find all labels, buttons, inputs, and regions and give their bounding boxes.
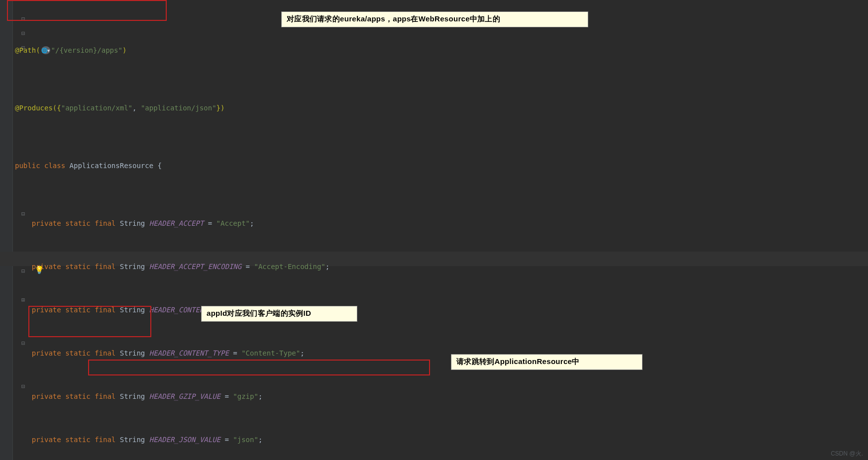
code-editor[interactable]: @Path(🌐▾"/{version}/apps") @Produces({"a… (15, 0, 548, 460)
callout-mid: appId对应我们客户端的实例ID (201, 306, 357, 322)
type: String (120, 436, 149, 444)
keyword: private static final (15, 436, 120, 444)
string-literal: "Accept-Encoding" (254, 263, 325, 271)
callout-text: 请求跳转到ApplicationResource中 (456, 357, 580, 366)
highlight-box-return (88, 360, 430, 375)
paren: }) (217, 104, 225, 112)
paren: ) (122, 46, 126, 54)
op: = (204, 219, 216, 227)
annotation-path: @Path( (15, 46, 40, 54)
type: String (120, 263, 149, 271)
string-literal: "Content-Type" (241, 349, 300, 357)
annotation-produces: @Produces({ (15, 104, 61, 112)
string-literal: "Accept" (217, 219, 250, 227)
type: String (120, 219, 149, 227)
class-name: ApplicationsResource (70, 162, 158, 170)
highlight-box-appid (28, 306, 151, 337)
field-name: HEADER_JSON_VALUE (149, 436, 220, 444)
type: String (120, 349, 149, 357)
field-name: HEADER_ACCEPT (149, 219, 204, 227)
op: = (241, 263, 254, 271)
op: = (220, 392, 233, 400)
comma: , (132, 104, 141, 112)
string-literal: "json" (233, 436, 258, 444)
highlight-box-path (7, 0, 167, 21)
string-literal: "application/json" (141, 104, 217, 112)
keyword: public class (15, 162, 70, 170)
brace: { (158, 162, 162, 170)
field-name: HEADER_CONTENT_TYPE (149, 349, 229, 357)
op: = (229, 349, 241, 357)
callout-text: 对应我们请求的eureka/apps，apps在WebResource中加上的 (287, 14, 500, 23)
keyword: private static final (15, 263, 120, 271)
callout-top: 对应我们请求的eureka/apps，apps在WebResource中加上的 (281, 11, 588, 27)
semi: ; (300, 349, 304, 357)
semi: ; (258, 392, 262, 400)
type: String (120, 392, 149, 400)
gutter (0, 0, 13, 460)
field-name: HEADER_ACCEPT_ENCODING (149, 263, 241, 271)
string-literal: "/{version}/apps" (51, 46, 122, 54)
keyword: private static final (15, 349, 120, 357)
semi: ; (250, 219, 254, 227)
watermark: CSDN @火. (831, 450, 863, 458)
field-name: HEADER_GZIP_VALUE (149, 392, 220, 400)
semi: ; (326, 263, 329, 271)
keyword: private static final (15, 392, 120, 400)
semi: ; (258, 436, 262, 444)
globe-icon[interactable]: 🌐▾ (41, 46, 50, 54)
callout-text: appId对应我们客户端的实例ID (207, 309, 311, 317)
callout-bottom: 请求跳转到ApplicationResource中 (451, 354, 643, 370)
keyword: private static final (15, 219, 120, 227)
op: = (220, 436, 233, 444)
string-literal: "application/xml" (61, 104, 132, 112)
string-literal: "gzip" (233, 392, 258, 400)
